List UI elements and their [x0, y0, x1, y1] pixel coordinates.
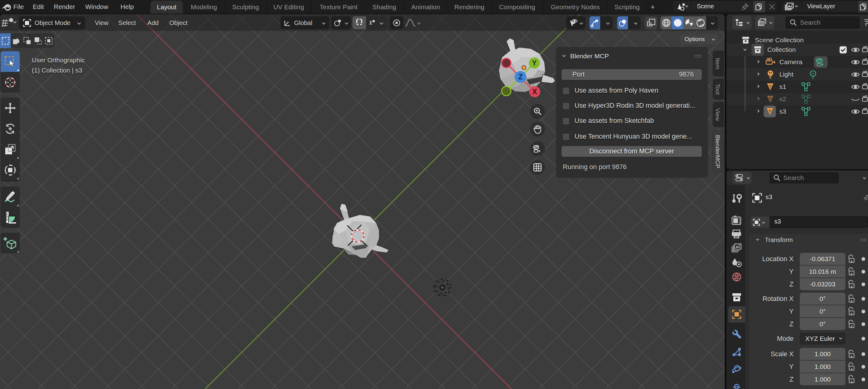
svg-text:Y: Y [532, 59, 536, 67]
svg-text:Z: Z [518, 73, 523, 81]
svg-text:X: X [532, 88, 537, 96]
